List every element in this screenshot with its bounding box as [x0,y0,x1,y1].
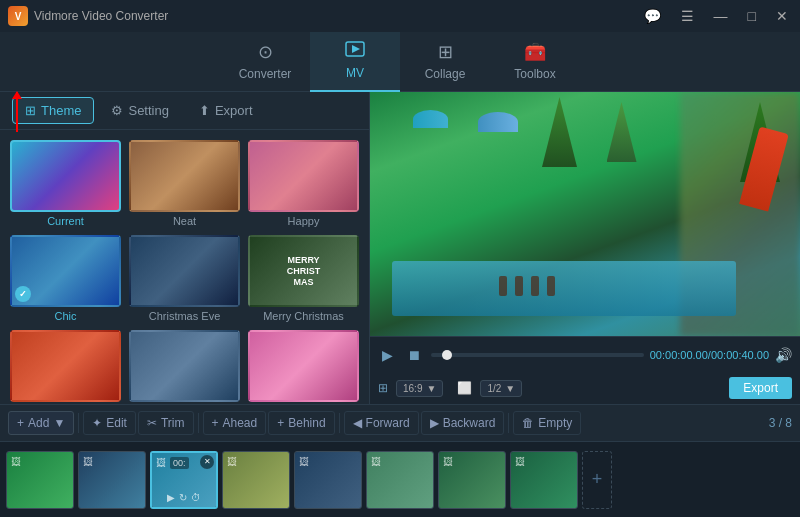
backward-button[interactable]: ▶ Backward [421,411,505,435]
setting-gear-icon: ⚙ [111,103,123,118]
timeline-clip-8[interactable]: 🖼 [510,451,578,509]
theme-santa-claus-thumb [10,330,121,402]
preview-person-2 [515,276,523,296]
close-btn[interactable]: ✕ [772,6,792,26]
format-icon: ⊞ [378,381,388,395]
theme-stripes-waves[interactable]: Stripes & Waves [248,330,359,404]
left-panel: ⊞ Theme ⚙ Setting ⬆ Export Curre [0,92,370,404]
minimize-btn[interactable]: — [710,6,732,26]
divider-4 [508,413,509,433]
theme-snowy-night-thumb [129,330,240,402]
stop-btn[interactable]: ⏹ [403,345,425,365]
behind-icon: + [277,416,284,430]
trim-button[interactable]: ✂ Trim [138,411,194,435]
aspect-ratio-select[interactable]: 16:9 ▼ [396,380,443,397]
empty-icon: 🗑 [522,416,534,430]
theme-santa-claus[interactable]: Santa Claus [10,330,121,404]
timeline-clip-3[interactable]: 🖼 00: ✕ ▶ ↻ ⏱ [150,451,218,509]
preview-umbrella2 [413,110,448,128]
svg-marker-1 [352,45,360,53]
theme-neat-thumb [129,140,240,212]
behind-button[interactable]: + Behind [268,411,334,435]
preview-person-3 [531,276,539,296]
timeline-clip-1[interactable]: 🖼 [6,451,74,509]
right-panel: ▶ ⏹ 00:00:00.00/00:00:40.00 🔊 ⊞ 16:9 ▼ ⬜ [370,92,800,404]
clip-4-icon: 🖼 [227,456,237,467]
menu-btn[interactable]: ☰ [677,6,698,26]
progress-bar[interactable] [431,353,644,357]
timeline-clip-5[interactable]: 🖼 [294,451,362,509]
progress-dot [442,350,452,360]
clip-7-icon: 🖼 [443,456,453,467]
clip-rotate-icon[interactable]: ↻ [179,492,187,503]
preview-video-bg [370,92,800,336]
ahead-button[interactable]: + Ahead [203,411,267,435]
theme-grid: Current Neat Happy ✓ Chic [0,130,369,404]
clip-1-icon: 🖼 [11,456,21,467]
tab-collage[interactable]: ⊞ Collage [400,32,490,92]
sub-tab-setting[interactable]: ⚙ Setting [98,97,181,124]
theme-merry-christmas[interactable]: MERRYCHRISTMAS Merry Christmas [248,235,359,322]
playback-controls: ▶ ⏹ 00:00:00.00/00:00:40.00 🔊 [370,336,800,372]
forward-icon: ◀ [353,416,362,430]
add-label: Add [28,416,49,430]
page-count: 3 / 8 [769,416,792,430]
forward-label: Forward [366,416,410,430]
clip-5-icon: 🖼 [299,456,309,467]
zoom-select[interactable]: 1/2 ▼ [480,380,522,397]
forward-button[interactable]: ◀ Forward [344,411,419,435]
export-button[interactable]: Export [729,377,792,399]
theme-merry-christmas-thumb: MERRYCHRISTMAS [248,235,359,307]
timeline-clip-6[interactable]: 🖼 [366,451,434,509]
theme-neat[interactable]: Neat [129,140,240,227]
theme-happy[interactable]: Happy [248,140,359,227]
toolbox-icon: 🧰 [524,41,546,63]
app-icon: V [8,6,28,26]
tab-converter[interactable]: ⊙ Converter [220,32,310,92]
theme-christmas-eve[interactable]: Christmas Eve [129,235,240,322]
add-icon: + [17,416,24,430]
theme-neat-label: Neat [173,215,196,227]
sub-tab-theme[interactable]: ⊞ Theme [12,97,94,124]
clip-3-close[interactable]: ✕ [200,455,214,469]
tab-toolbox[interactable]: 🧰 Toolbox [490,32,580,92]
sub-tab-export[interactable]: ⬆ Export [186,97,266,124]
empty-label: Empty [538,416,572,430]
chat-btn[interactable]: 💬 [640,6,665,26]
theme-snowy-night[interactable]: Snowy Night [129,330,240,404]
timeline: 🖼 🖼 🖼 00: ✕ ▶ ↻ ⏱ 🖼 🖼 [0,442,800,517]
timeline-clip-4[interactable]: 🖼 [222,451,290,509]
nav-tabs: ⊙ Converter MV ⊞ Collage 🧰 Toolbox [0,32,800,92]
sub-toolbar: ⊞ Theme ⚙ Setting ⬆ Export [0,92,369,130]
volume-icon[interactable]: 🔊 [775,347,792,363]
timeline-clip-2[interactable]: 🖼 [78,451,146,509]
clip-6-icon: 🖼 [371,456,381,467]
export-icon: ⬆ [199,103,210,118]
window-controls: 💬 ☰ — □ ✕ [640,6,792,26]
theme-happy-thumb [248,140,359,212]
clip-timer-icon[interactable]: ⏱ [191,492,201,503]
collage-icon: ⊞ [438,41,453,63]
timeline-add-button[interactable]: + [582,451,612,509]
timeline-clip-7[interactable]: 🖼 [438,451,506,509]
preview-umbrella [478,112,518,132]
play-btn[interactable]: ▶ [378,345,397,365]
theme-current[interactable]: Current [10,140,121,227]
theme-chic[interactable]: ✓ Chic [10,235,121,322]
edit-button[interactable]: ✦ Edit [83,411,136,435]
add-button[interactable]: + Add ▼ [8,411,74,435]
empty-button[interactable]: 🗑 Empty [513,411,581,435]
theme-happy-label: Happy [288,215,320,227]
tab-mv[interactable]: MV [310,32,400,92]
theme-stripes-waves-thumb [248,330,359,402]
clip-play-icon[interactable]: ▶ [167,492,175,503]
maximize-btn[interactable]: □ [744,6,760,26]
theme-merry-christmas-label: Merry Christmas [263,310,344,322]
preview-person-4 [547,276,555,296]
theme-chic-thumb: ✓ [10,235,121,307]
clip-3-icon: 🖼 [156,457,166,468]
divider-1 [78,413,79,433]
preview-area [370,92,800,336]
sub-tab-export-label: Export [215,103,253,118]
clip-3-duration: 00: [170,457,189,469]
